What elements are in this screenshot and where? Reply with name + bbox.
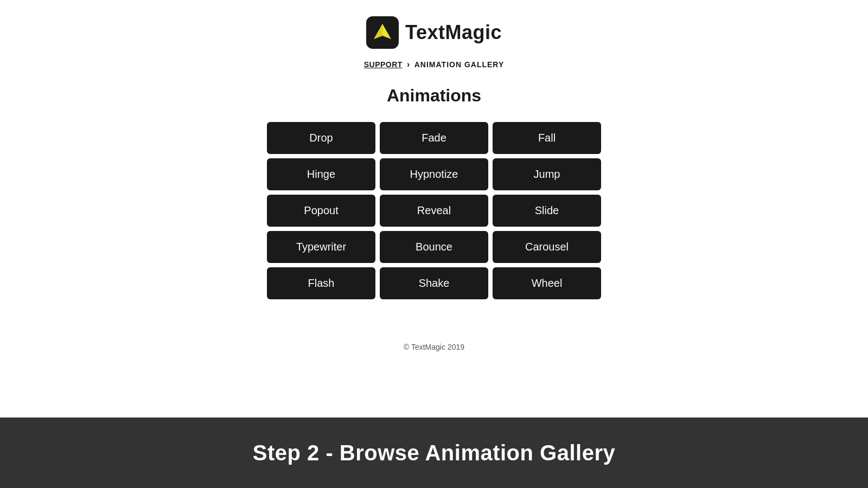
footer-copyright: © TextMagic 2019 [404,343,464,351]
logo-text: TextMagic [405,21,502,44]
animation-button-hypnotize[interactable]: Hypnotize [380,158,488,190]
bottom-bar: Step 2 - Browse Animation Gallery [0,418,868,488]
animations-grid: DropFadeFallHingeHypnotizeJumpPopoutReve… [267,122,601,299]
animation-button-wheel[interactable]: Wheel [493,267,601,299]
animation-button-shake[interactable]: Shake [380,267,488,299]
logo-area: TextMagic [366,16,502,49]
animation-button-fade[interactable]: Fade [380,122,488,154]
bottom-bar-text: Step 2 - Browse Animation Gallery [253,441,616,465]
animation-button-bounce[interactable]: Bounce [380,231,488,263]
animation-button-flash[interactable]: Flash [267,267,375,299]
animation-button-reveal[interactable]: Reveal [380,195,488,227]
animation-button-popout[interactable]: Popout [267,195,375,227]
animation-button-slide[interactable]: Slide [493,195,601,227]
animation-button-jump[interactable]: Jump [493,158,601,190]
breadcrumb-separator: › [407,60,410,69]
animation-button-hinge[interactable]: Hinge [267,158,375,190]
animation-button-drop[interactable]: Drop [267,122,375,154]
animation-button-carousel[interactable]: Carousel [493,231,601,263]
animation-button-typewriter[interactable]: Typewriter [267,231,375,263]
breadcrumb-support-link[interactable]: SUPPORT [364,60,403,69]
breadcrumb-current: ANIMATION GALLERY [414,60,505,69]
main-content: TextMagic SUPPORT › ANIMATION GALLERY An… [0,0,868,418]
page-title: Animations [387,86,481,106]
svg-marker-1 [374,24,382,39]
breadcrumb: SUPPORT › ANIMATION GALLERY [364,60,505,69]
animation-button-fall[interactable]: Fall [493,122,601,154]
logo-icon [366,16,399,49]
